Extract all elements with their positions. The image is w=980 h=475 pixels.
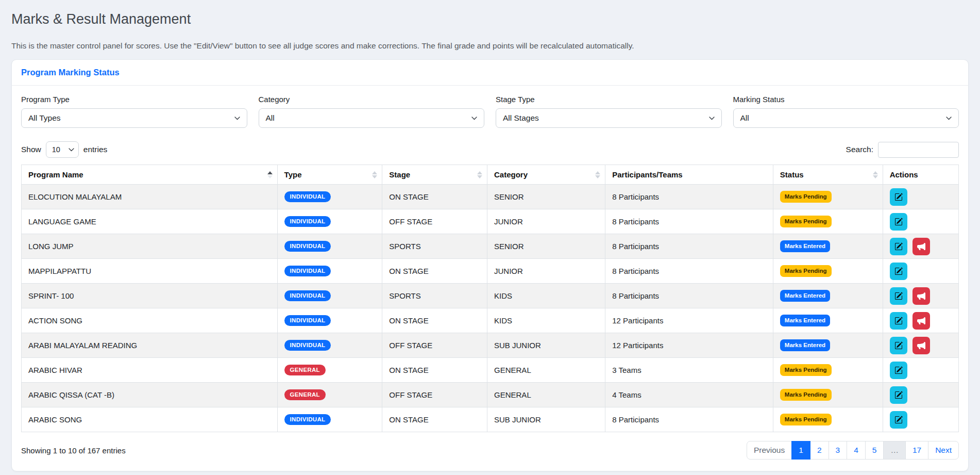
- edit-view-button[interactable]: [890, 263, 907, 280]
- actions-cell: [883, 358, 958, 383]
- type-cell: INDIVIDUAL: [277, 333, 382, 358]
- column-header[interactable]: Stage: [382, 165, 487, 185]
- type-cell: GENERAL: [277, 358, 382, 383]
- announce-result-button[interactable]: [913, 238, 930, 255]
- sort-arrows-icon: [267, 171, 273, 178]
- stage-cell: ON STAGE: [382, 407, 487, 432]
- column-header-label: Program Name: [28, 170, 83, 179]
- edit-view-button[interactable]: [890, 411, 907, 429]
- announce-result-button[interactable]: [913, 287, 930, 305]
- column-header-label: Actions: [890, 170, 918, 179]
- status-badge: Marks Pending: [780, 265, 832, 277]
- type-badge: INDIVIDUAL: [284, 216, 331, 227]
- pagination-previous[interactable]: Previous: [747, 441, 792, 460]
- stage-cell: OFF STAGE: [382, 209, 487, 234]
- stage-cell: OFF STAGE: [382, 333, 487, 358]
- participants-cell: 8 Participants: [605, 259, 773, 284]
- edit-view-button[interactable]: [890, 188, 907, 206]
- table-header-row: Program Name Type Stage Category Partici…: [22, 165, 959, 185]
- pencil-square-icon: [894, 341, 903, 350]
- edit-view-button[interactable]: [890, 312, 907, 330]
- announce-result-button[interactable]: [913, 337, 930, 354]
- program-name-cell: ARABIC SONG: [22, 407, 278, 432]
- filters-row: Program Type All Types Category All Stag…: [21, 95, 959, 128]
- filter-select[interactable]: All: [733, 108, 959, 128]
- edit-view-button[interactable]: [890, 386, 907, 404]
- actions-cell: [883, 383, 958, 407]
- sort-arrows-icon: [372, 171, 377, 178]
- column-header[interactable]: Category: [487, 165, 605, 185]
- pagination-page-17[interactable]: 17: [905, 441, 928, 460]
- filter-select[interactable]: All Types: [21, 108, 247, 128]
- search-input[interactable]: [878, 142, 959, 158]
- type-badge: INDIVIDUAL: [284, 340, 331, 351]
- pencil-square-icon: [894, 218, 903, 226]
- stage-cell: ON STAGE: [382, 358, 487, 383]
- category-cell: SENIOR: [487, 185, 605, 209]
- actions-cell: [883, 209, 958, 234]
- table-row: ARABIC HIVAR GENERAL ON STAGE GENERAL 3 …: [22, 358, 959, 383]
- filter-group: Category All: [259, 95, 485, 128]
- column-header[interactable]: Status: [773, 165, 883, 185]
- stage-cell: OFF STAGE: [382, 383, 487, 407]
- pagination-ellipsis[interactable]: …: [883, 441, 906, 460]
- filter-select-value: All Types: [28, 113, 61, 123]
- search-control: Search:: [846, 142, 959, 158]
- participants-cell: 4 Teams: [605, 383, 773, 407]
- chevron-down-icon: [68, 146, 75, 153]
- table-row: LONG JUMP INDIVIDUAL SPORTS SENIOR 8 Par…: [22, 234, 959, 259]
- participants-cell: 12 Participants: [605, 308, 773, 333]
- pagination-page-4[interactable]: 4: [847, 441, 866, 460]
- participants-cell: 8 Participants: [605, 209, 773, 234]
- program-name-cell: ACTION SONG: [22, 308, 278, 333]
- pagination-page-2[interactable]: 2: [810, 441, 829, 460]
- filter-group: Marking Status All: [733, 95, 959, 128]
- pagination-page-1[interactable]: 1: [791, 441, 810, 460]
- column-header[interactable]: Type: [277, 165, 382, 185]
- filter-label: Marking Status: [733, 95, 959, 104]
- program-name-cell: ARABI MALAYALAM READING: [22, 333, 278, 358]
- type-badge: INDIVIDUAL: [284, 241, 331, 252]
- column-header[interactable]: Program Name: [22, 165, 278, 185]
- type-badge: INDIVIDUAL: [284, 266, 331, 277]
- entries-per-page-select[interactable]: 10: [46, 141, 79, 158]
- table-row: ELOCUTION MALAYALAM INDIVIDUAL ON STAGE …: [22, 185, 959, 209]
- pencil-square-icon: [894, 317, 903, 325]
- edit-view-button[interactable]: [890, 287, 907, 305]
- announce-result-button[interactable]: [913, 312, 930, 330]
- pagination-page-5[interactable]: 5: [865, 441, 884, 460]
- category-cell: SUB JUNIOR: [487, 333, 605, 358]
- edit-view-button[interactable]: [890, 337, 907, 354]
- edit-view-button[interactable]: [890, 238, 907, 255]
- card-header: Program Marking Status: [12, 60, 968, 86]
- pencil-square-icon: [894, 242, 903, 251]
- filter-select[interactable]: All: [259, 108, 485, 128]
- participants-cell: 8 Participants: [605, 284, 773, 308]
- status-cell: Marks Entered: [773, 284, 883, 308]
- type-badge: INDIVIDUAL: [284, 414, 331, 425]
- edit-view-button[interactable]: [890, 213, 907, 231]
- participants-cell: 12 Participants: [605, 333, 773, 358]
- pencil-square-icon: [894, 391, 903, 399]
- status-badge: Marks Pending: [780, 364, 832, 376]
- pagination-page-3[interactable]: 3: [829, 441, 848, 460]
- type-cell: GENERAL: [277, 383, 382, 407]
- chevron-down-icon: [708, 115, 715, 122]
- filter-select[interactable]: All Stages: [496, 108, 722, 128]
- chevron-down-icon: [945, 115, 952, 122]
- entries-info: Showing 1 to 10 of 167 entries: [21, 446, 126, 455]
- filter-select-value: All Stages: [503, 113, 539, 123]
- participants-cell: 3 Teams: [605, 358, 773, 383]
- sort-arrows-icon: [873, 171, 878, 178]
- column-header-label: Type: [284, 170, 302, 179]
- type-cell: INDIVIDUAL: [277, 234, 382, 259]
- pagination-next[interactable]: Next: [928, 441, 959, 460]
- type-badge: INDIVIDUAL: [284, 290, 331, 302]
- program-name-cell: ELOCUTION MALAYALAM: [22, 185, 278, 209]
- stage-cell: ON STAGE: [382, 185, 487, 209]
- entries-per-page-value: 10: [52, 145, 60, 154]
- actions-cell: [883, 234, 958, 259]
- program-name-cell: SPRINT- 100: [22, 284, 278, 308]
- edit-view-button[interactable]: [890, 362, 907, 379]
- show-label: Show: [21, 145, 41, 154]
